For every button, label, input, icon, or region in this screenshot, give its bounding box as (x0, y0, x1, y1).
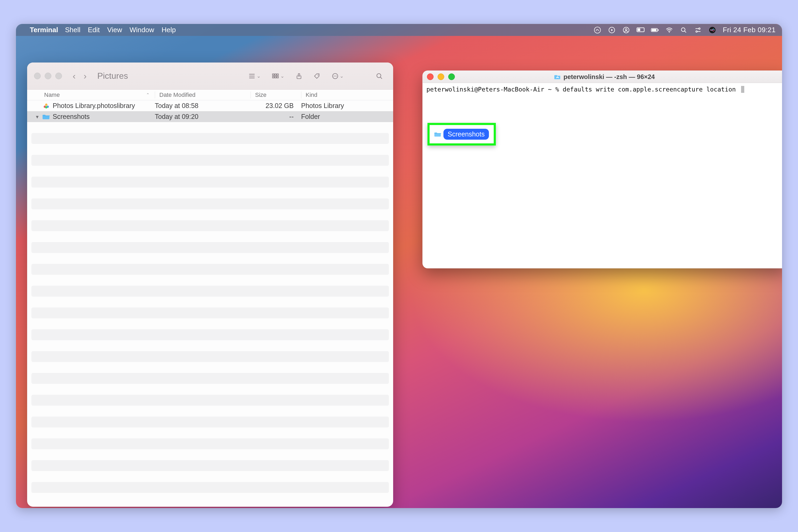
terminal-title: peterwolinski — -zsh — 96×24 (423, 73, 782, 81)
display-icon[interactable] (636, 26, 645, 34)
control-center-icon[interactable] (694, 26, 702, 34)
terminal-traffic-lights[interactable] (427, 73, 455, 80)
finder-traffic-lights[interactable] (34, 73, 62, 79)
menubar-app-name[interactable]: Terminal (30, 26, 58, 34)
col-size[interactable]: Size (251, 92, 301, 98)
finder-window[interactable]: ‹ › Pictures ⌄ ⌄ ⌄ (27, 62, 393, 507)
svg-rect-15 (275, 74, 277, 75)
menu-view[interactable]: View (107, 26, 122, 34)
finder-view-list-icon[interactable]: ⌄ (245, 73, 264, 79)
finder-search-icon[interactable] (373, 72, 386, 80)
terminal-titlebar[interactable]: peterwolinski — -zsh — 96×24 (423, 71, 782, 83)
finder-file-list[interactable]: Photos Library.photoslibrary Today at 08… (27, 100, 393, 507)
user-account-icon[interactable] (622, 26, 630, 34)
svg-point-11 (699, 28, 700, 29)
col-kind[interactable]: Kind (301, 92, 387, 98)
folder-icon (434, 131, 441, 137)
svg-point-2 (623, 27, 629, 33)
svg-rect-8 (652, 29, 657, 31)
file-size: 23.02 GB (251, 102, 301, 110)
col-name[interactable]: Name (44, 92, 60, 98)
svg-point-27 (45, 103, 48, 106)
finder-back-button[interactable]: ‹ (73, 71, 76, 81)
svg-rect-19 (277, 76, 279, 78)
finder-toolbar: ‹ › Pictures ⌄ ⌄ ⌄ (27, 62, 393, 90)
creative-cloud-icon[interactable] (593, 26, 602, 34)
disclosure-icon[interactable]: ▾ (35, 114, 40, 120)
finder-row-screenshots[interactable]: ▾ Screenshots Today at 09:20 -- Folder (27, 111, 393, 122)
spotlight-icon[interactable] (680, 26, 688, 34)
desktop: Terminal Shell Edit View Window Help (16, 24, 782, 508)
finder-share-icon[interactable] (292, 73, 306, 79)
svg-point-24 (335, 76, 336, 76)
file-name: Photos Library.photoslibrary (53, 102, 135, 110)
home-folder-icon (554, 74, 561, 80)
svg-point-23 (334, 76, 334, 76)
svg-rect-16 (277, 74, 279, 75)
col-date[interactable]: Date Modified (155, 92, 251, 98)
terminal-prompt: peterwolinski@Peters-MacBook-Air ~ % (426, 85, 563, 94)
svg-rect-5 (638, 28, 640, 31)
svg-point-3 (625, 28, 627, 30)
menu-window[interactable]: Window (130, 26, 154, 34)
finder-row-photos-library[interactable]: Photos Library.photoslibrary Today at 08… (27, 100, 393, 111)
menubar: Terminal Shell Edit View Window Help (16, 24, 782, 36)
terminal-minimize-button[interactable] (438, 73, 444, 80)
terminal-window[interactable]: peterwolinski — -zsh — 96×24 peterwolins… (422, 71, 782, 268)
terminal-zoom-button[interactable] (448, 73, 455, 80)
terminal-body[interactable]: peterwolinski@Peters-MacBook-Air ~ % def… (423, 83, 782, 268)
finder-action-icon[interactable]: ⌄ (328, 73, 347, 79)
svg-rect-18 (275, 76, 277, 78)
wifi-icon[interactable] (665, 26, 673, 34)
folder-icon (42, 114, 50, 120)
now-playing-icon[interactable] (608, 26, 616, 34)
svg-point-0 (594, 27, 601, 33)
file-date: Today at 09:20 (155, 113, 251, 120)
terminal-command: defaults write com.apple.screencapture l… (563, 85, 740, 94)
finder-column-headers[interactable]: Name⌃ Date Modified Size Kind (27, 90, 393, 100)
file-kind: Folder (301, 113, 387, 120)
svg-rect-14 (272, 74, 274, 75)
menu-edit[interactable]: Edit (88, 26, 100, 34)
menu-shell[interactable]: Shell (65, 26, 80, 34)
photos-library-icon (42, 103, 50, 109)
terminal-close-button[interactable] (427, 73, 434, 80)
finder-window-title: Pictures (97, 71, 128, 81)
finder-zoom-button[interactable] (55, 73, 62, 79)
finder-close-button[interactable] (34, 73, 41, 79)
sort-indicator-icon: ⌃ (146, 92, 150, 97)
terminal-prompt-line: peterwolinski@Peters-MacBook-Air ~ % def… (426, 85, 782, 94)
terminal-cursor (741, 86, 744, 93)
finder-forward-button[interactable]: › (83, 71, 87, 81)
svg-point-21 (318, 75, 318, 75)
svg-point-9 (669, 32, 670, 33)
file-date: Today at 08:58 (155, 102, 251, 110)
dragged-folder-name: Screenshots (443, 129, 489, 140)
battery-icon[interactable] (651, 26, 659, 34)
menu-help[interactable]: Help (162, 26, 175, 34)
file-name: Screenshots (53, 113, 90, 120)
file-size: -- (251, 113, 301, 120)
finder-tags-icon[interactable] (310, 73, 324, 79)
svg-point-25 (336, 76, 337, 76)
svg-point-12 (696, 31, 697, 32)
file-kind: Photos Library (301, 102, 387, 110)
siri-icon[interactable] (708, 26, 716, 34)
menubar-status-area: Fri 24 Feb 09:21 (593, 26, 776, 34)
finder-minimize-button[interactable] (45, 73, 51, 79)
finder-empty-rows (27, 122, 393, 493)
menubar-clock[interactable]: Fri 24 Feb 09:21 (723, 26, 776, 34)
finder-group-icon[interactable]: ⌄ (269, 73, 288, 79)
svg-point-30 (45, 106, 48, 109)
svg-rect-7 (658, 29, 659, 31)
dragged-folder-highlight[interactable]: Screenshots (428, 123, 496, 146)
svg-rect-17 (272, 76, 274, 78)
